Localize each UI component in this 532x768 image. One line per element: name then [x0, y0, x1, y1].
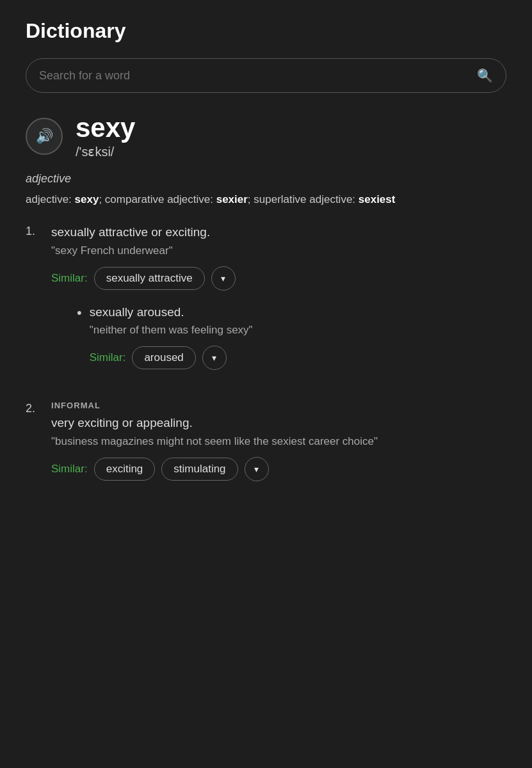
- similar-tag-stimulating[interactable]: stimulating: [161, 458, 238, 481]
- def-number-2: 2.: [26, 401, 41, 494]
- speaker-icon: 🔊: [36, 128, 53, 145]
- similar-label-2: Similar:: [51, 463, 88, 476]
- sub-def-content-1: sexually aroused. "neither of them was f…: [90, 303, 506, 383]
- def-example-2: "business magazines might not seem like …: [51, 435, 506, 448]
- similar-label-1b: Similar:: [90, 351, 126, 364]
- similar-label-1: Similar:: [51, 272, 88, 285]
- word-part-of-speech: adjective: [26, 172, 506, 186]
- bullet-dot-1: •: [77, 303, 82, 383]
- word-info: sexy /'sɛksi/: [76, 113, 135, 159]
- sub-def-example-1: "neither of them was feeling sexy": [90, 324, 506, 337]
- def-content-1: sexually attractive or exciting. "sexy F…: [51, 223, 506, 383]
- word-header: 🔊 sexy /'sɛksi/: [26, 113, 506, 159]
- similar-dropdown-1b[interactable]: ▾: [202, 346, 227, 370]
- sub-def-text-1: sexually aroused.: [90, 303, 506, 322]
- similar-tag-sexually-attractive[interactable]: sexually attractive: [94, 267, 205, 290]
- word-form-comparative: sexier: [216, 193, 248, 205]
- definition-item-1: 1. sexually attractive or exciting. "sex…: [26, 223, 506, 383]
- page-title: Dictionary: [26, 19, 506, 43]
- def-content-2: INFORMAL very exciting or appealing. "bu…: [51, 401, 506, 494]
- search-input[interactable]: [39, 69, 477, 83]
- def-number-1: 1.: [26, 223, 41, 383]
- bullet-definition-1: • sexually aroused. "neither of them was…: [77, 303, 506, 383]
- def-example-1: "sexy French underwear": [51, 244, 506, 257]
- similar-dropdown-2[interactable]: ▾: [245, 457, 269, 481]
- def-text-2: very exciting or appealing.: [51, 414, 506, 433]
- similar-tag-exciting[interactable]: exciting: [94, 458, 156, 481]
- similar-row-2: Similar: exciting stimulating ▾: [51, 457, 506, 481]
- numbered-definition-1: 1. sexually attractive or exciting. "sex…: [26, 223, 506, 383]
- word-forms: adjective: sexy; comparative adjective: …: [26, 191, 506, 208]
- similar-dropdown-1[interactable]: ▾: [211, 266, 236, 291]
- similar-row-1: Similar: sexually attractive ▾: [51, 266, 506, 291]
- similar-tag-aroused[interactable]: aroused: [132, 346, 195, 369]
- definition-item-2: 2. INFORMAL very exciting or appealing. …: [26, 401, 506, 494]
- word-form-base: sexy: [75, 193, 99, 205]
- word-title: sexy: [76, 113, 135, 143]
- informal-badge: INFORMAL: [51, 401, 506, 410]
- numbered-definition-2: 2. INFORMAL very exciting or appealing. …: [26, 401, 506, 494]
- definitions-list: 1. sexually attractive or exciting. "sex…: [26, 223, 506, 494]
- similar-row-1b: Similar: aroused ▾: [90, 346, 506, 370]
- search-bar: 🔍: [26, 58, 506, 93]
- word-form-superlative: sexiest: [359, 193, 396, 205]
- word-phonetic: /'sɛksi/: [76, 144, 135, 159]
- audio-button[interactable]: 🔊: [26, 118, 63, 155]
- search-icon: 🔍: [477, 68, 493, 83]
- def-text-1: sexually attractive or exciting.: [51, 223, 506, 242]
